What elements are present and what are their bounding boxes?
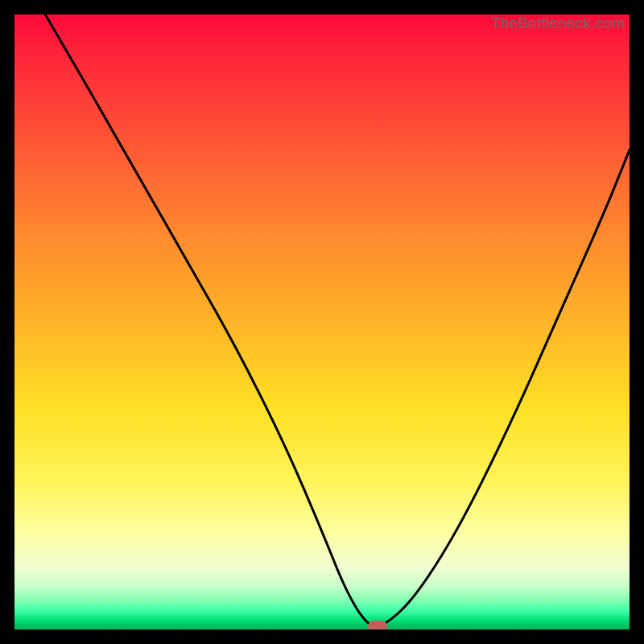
optimal-point-marker	[368, 621, 387, 630]
chart-frame: TheBottleneck.com	[0, 0, 644, 644]
bottleneck-curve-path	[45, 14, 630, 626]
plot-area: TheBottleneck.com	[14, 14, 630, 630]
curve-svg	[14, 14, 630, 630]
